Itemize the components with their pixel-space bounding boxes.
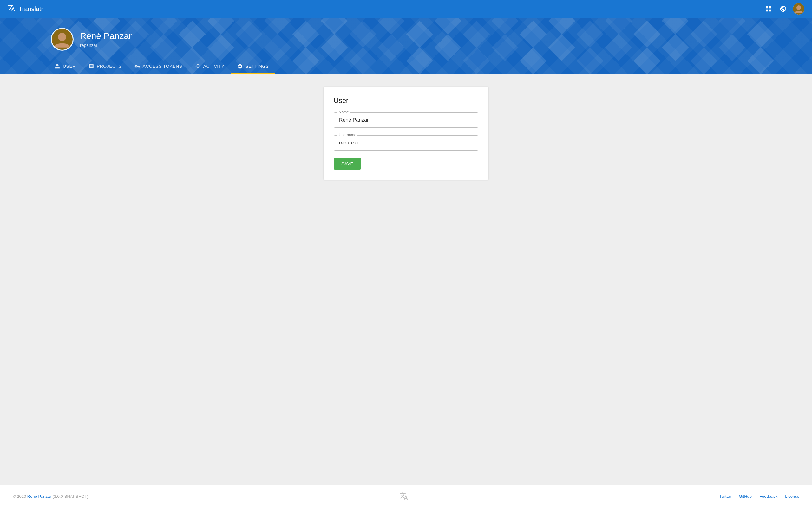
username-label: Username	[338, 133, 357, 137]
tab-settings-label: Settings	[246, 64, 269, 69]
grid-view-button[interactable]	[764, 4, 773, 14]
profile-nav-tabs: User Projects Access Tokens	[48, 60, 761, 74]
copyright-text: © 2020	[13, 494, 26, 499]
activity-tab-icon	[195, 63, 201, 69]
name-input[interactable]	[334, 112, 478, 128]
tab-user-label: User	[63, 64, 76, 69]
tab-projects-label: Projects	[97, 64, 122, 69]
projects-tab-icon	[89, 63, 94, 69]
hero-user-info: René Panzar repanzar	[51, 28, 761, 51]
footer-link-feedback[interactable]: Feedback	[759, 494, 777, 499]
save-button[interactable]: Save	[334, 158, 361, 170]
main-content: User Name Username Save	[0, 74, 812, 485]
footer-author-link[interactable]: René Panzar	[27, 494, 51, 499]
settings-tab-icon	[237, 63, 243, 69]
hero-user-details: René Panzar repanzar	[80, 31, 132, 48]
user-avatar-header[interactable]	[793, 3, 804, 14]
translate-icon	[8, 4, 15, 14]
svg-point-1	[797, 5, 801, 10]
name-label: Name	[338, 110, 350, 114]
page-footer: © 2020 René Panzar (3.0.0-SNAPSHOT) Twit…	[0, 485, 812, 507]
card-title: User	[334, 97, 478, 105]
footer-link-twitter[interactable]: Twitter	[719, 494, 731, 499]
user-tab-icon	[55, 63, 60, 69]
footer-link-github[interactable]: GitHub	[739, 494, 752, 499]
tab-user[interactable]: User	[48, 60, 82, 74]
footer-link-license[interactable]: License	[785, 494, 799, 499]
app-header: Translatr	[0, 0, 812, 18]
tab-access-tokens-label: Access Tokens	[143, 64, 183, 69]
globe-button[interactable]	[778, 4, 788, 14]
app-name: Translatr	[18, 5, 43, 13]
tab-settings[interactable]: Settings	[231, 60, 275, 74]
tab-access-tokens[interactable]: Access Tokens	[128, 60, 189, 74]
tab-activity[interactable]: Activity	[189, 60, 231, 74]
name-field-group: Name	[334, 112, 478, 128]
svg-point-3	[58, 33, 66, 41]
access-tokens-tab-icon	[135, 63, 140, 69]
tab-activity-label: Activity	[203, 64, 224, 69]
footer-logo	[399, 492, 408, 501]
tab-projects[interactable]: Projects	[82, 60, 128, 74]
hero-user-avatar	[51, 28, 73, 51]
footer-copyright: © 2020 René Panzar (3.0.0-SNAPSHOT)	[13, 494, 89, 499]
hero-banner: René Panzar repanzar User Projects	[0, 18, 812, 74]
hero-user-username: repanzar	[80, 43, 132, 48]
username-input[interactable]	[334, 135, 478, 151]
footer-version: (3.0.0-SNAPSHOT)	[52, 494, 88, 499]
header-actions	[764, 3, 804, 14]
settings-card: User Name Username Save	[323, 87, 489, 180]
footer-links: Twitter GitHub Feedback License	[719, 494, 799, 499]
username-field-group: Username	[334, 135, 478, 151]
app-logo[interactable]: Translatr	[8, 4, 43, 14]
hero-user-name: René Panzar	[80, 31, 132, 42]
